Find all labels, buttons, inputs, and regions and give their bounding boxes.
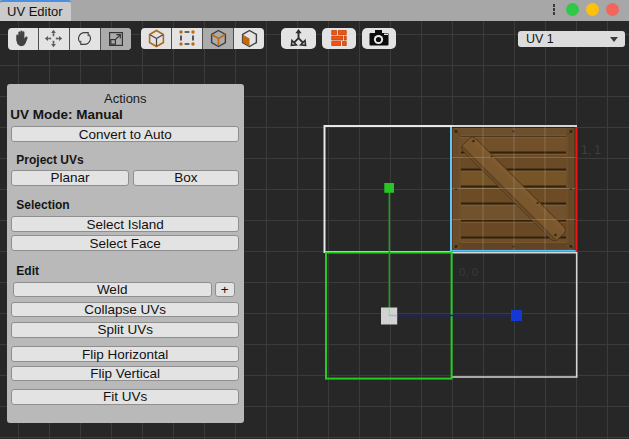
svg-text:1, 1: 1, 1 [581,143,601,157]
svg-text:0, 0: 0, 0 [459,266,478,278]
